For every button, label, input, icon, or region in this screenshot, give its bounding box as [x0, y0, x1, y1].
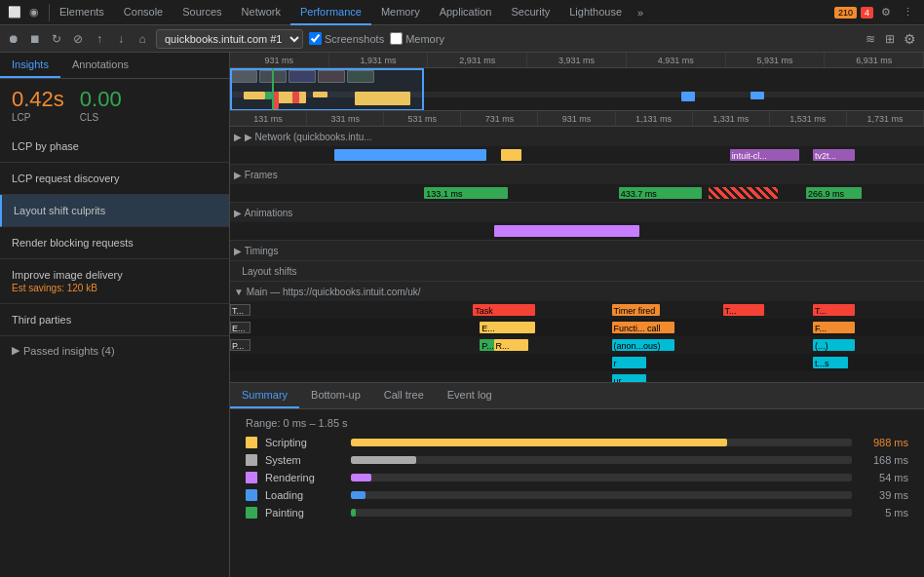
tab-memory[interactable]: Memory: [371, 0, 430, 25]
refresh-record-icon[interactable]: ↻: [49, 31, 64, 47]
animations-section: ▶ Animations: [230, 203, 924, 241]
memory-toggle[interactable]: Memory: [390, 32, 444, 45]
lcp-value: 0.42s: [12, 87, 64, 112]
time-mark-5: 5,931 ms: [726, 53, 826, 67]
insight-render-blocking[interactable]: Render blocking requests: [0, 227, 229, 259]
r-bar: R...: [494, 339, 529, 351]
upload-icon[interactable]: ↑: [92, 31, 107, 47]
tab-bottom-up[interactable]: Bottom-up: [299, 383, 372, 408]
tab-performance[interactable]: Performance: [290, 0, 371, 25]
device-icon[interactable]: ◉: [25, 4, 43, 21]
overview-time-ruler: 931 ms 1,931 ms 2,931 ms 3,931 ms 4,931 …: [230, 53, 924, 68]
tab-console[interactable]: Console: [114, 0, 173, 25]
rendering-label: Rendering: [265, 472, 343, 483]
painting-color: [246, 507, 257, 519]
time-mark-1: 1,931 ms: [329, 53, 429, 67]
flame-chart[interactable]: 131 ms 331 ms 531 ms 731 ms 931 ms 1,131…: [230, 111, 924, 382]
timings-header[interactable]: ▶ Timings: [230, 241, 924, 260]
timings-section: ▶ Timings: [230, 241, 924, 261]
scripting-value: 988 ms: [860, 437, 908, 448]
system-bar: [351, 456, 416, 464]
network-bar-2: [501, 149, 521, 161]
tab-summary[interactable]: Summary: [230, 383, 299, 408]
insight-lcp-by-phase[interactable]: LCP by phase: [0, 131, 229, 163]
main-track-ur: ur: [230, 371, 924, 382]
insight-lcp-request-discovery[interactable]: LCP request discovery: [0, 163, 229, 195]
sidebar-tabs: Insights Annotations: [0, 53, 229, 79]
record-icon[interactable]: ⏺: [6, 31, 21, 47]
layout-shifts-section: Layout shifts: [230, 261, 924, 282]
layout-shifts-header[interactable]: Layout shifts: [230, 261, 924, 281]
timeline-canvas[interactable]: [230, 68, 924, 111]
main-track-r: r t...s: [230, 354, 924, 371]
tab-insights[interactable]: Insights: [0, 53, 60, 78]
screenshots-toggle[interactable]: Screenshots: [309, 32, 384, 45]
tab-application[interactable]: Application: [430, 0, 502, 25]
e-bar: E...: [480, 322, 535, 333]
tab-network[interactable]: Network: [232, 0, 290, 25]
network-section-header[interactable]: ▶ ▶ Network (quickbooks.intu...: [230, 127, 924, 146]
insight-third-parties[interactable]: Third parties: [0, 304, 229, 336]
settings-icon[interactable]: ⚙: [877, 4, 895, 21]
cpu-throttle-icon[interactable]: ⊞: [882, 31, 898, 47]
frames-bar-hatch: [709, 187, 778, 199]
capture-settings-icon[interactable]: ⚙: [902, 29, 918, 49]
more-options-icon[interactable]: ⋮: [899, 4, 916, 21]
more-tabs-button[interactable]: »: [632, 7, 649, 19]
time-mark-6: 6,931 ms: [825, 53, 924, 67]
metrics-row: 0.42s LCP 0.00 CLS: [0, 79, 229, 131]
animations-header[interactable]: ▶ Animations: [230, 203, 924, 222]
rendering-bar-container: [351, 474, 852, 481]
warning-badge: 210: [834, 7, 857, 19]
summary-row-system: System 168 ms: [246, 454, 908, 466]
range-text: Range: 0 ms – 1.85 s: [246, 417, 908, 429]
tab-annotations[interactable]: Annotations: [60, 53, 140, 78]
cls-value: 0.00: [80, 87, 122, 112]
tab-elements[interactable]: Elements: [50, 0, 114, 25]
home-icon[interactable]: ⌂: [135, 31, 150, 47]
perf-toolbar: ⏺ ⏹ ↻ ⊘ ↑ ↓ ⌂ quickbooks.intuit.com #1 S…: [0, 25, 924, 53]
passed-insights-section[interactable]: ▶ Passed insights (4): [0, 336, 229, 365]
p-label: P...: [230, 339, 250, 351]
timer-fired-bar: Timer fired: [612, 304, 661, 316]
devtools-topbar: ⬜ ◉ Elements Console Sources Network Per…: [0, 0, 924, 25]
inspect-icon[interactable]: ⬜: [6, 4, 23, 21]
main-section-header[interactable]: ▼ Main — https://quickbooks.intuit.com/u…: [230, 282, 924, 301]
download-icon[interactable]: ↓: [113, 31, 129, 47]
time-mark-3: 3,931 ms: [527, 53, 627, 67]
insight-image-delivery[interactable]: Improve image delivery Est savings: 120 …: [0, 259, 229, 304]
timeline-overview[interactable]: 931 ms 1,931 ms 2,931 ms 3,931 ms 4,931 …: [230, 53, 924, 111]
frames-header[interactable]: ▶ Frames: [230, 165, 924, 184]
error-badge: 4: [861, 7, 873, 19]
system-value: 168 ms: [860, 454, 908, 466]
tab-event-log[interactable]: Event log: [436, 383, 504, 408]
loading-label: Loading: [265, 489, 343, 501]
network-track-1: intuit-cl... tv2t...: [230, 146, 924, 164]
f-bar: F...: [813, 322, 855, 333]
summary-content: Range: 0 ms – 1.85 s Scripting 988 ms Sy…: [230, 409, 924, 532]
ur-bar: ur: [612, 374, 647, 382]
stop-icon[interactable]: ⏹: [27, 31, 43, 47]
bottom-panel: Summary Bottom-up Call tree Event log Ra…: [230, 382, 924, 577]
loading-bar: [351, 491, 366, 499]
rendering-value: 54 ms: [860, 472, 908, 483]
painting-label: Painting: [265, 507, 343, 519]
cls-metric: 0.00 CLS: [80, 87, 122, 123]
insight-layout-shift-culprits[interactable]: Layout shift culprits: [0, 195, 229, 227]
current-time-marker: [272, 68, 274, 111]
summary-row-painting: Painting 5 ms: [246, 507, 908, 519]
summary-row-rendering: Rendering 54 ms: [246, 472, 908, 483]
rendering-color: [246, 472, 257, 483]
network-bar-4: tv2t...: [813, 149, 855, 161]
tab-lighthouse[interactable]: Lighthouse: [559, 0, 632, 25]
functi-bar: Functi... call: [612, 322, 674, 333]
main-track-t: T... Task Timer fired T... T...: [230, 301, 924, 319]
url-select[interactable]: quickbooks.intuit.com #1: [156, 29, 303, 49]
frames-bar-1: 133.1 ms: [424, 187, 507, 199]
clear-icon[interactable]: ⊘: [70, 31, 86, 47]
network-throttle-icon[interactable]: ≋: [863, 31, 878, 47]
summary-row-scripting: Scripting 988 ms: [246, 437, 908, 448]
tab-sources[interactable]: Sources: [173, 0, 231, 25]
tab-call-tree[interactable]: Call tree: [372, 383, 436, 408]
tab-security[interactable]: Security: [501, 0, 559, 25]
